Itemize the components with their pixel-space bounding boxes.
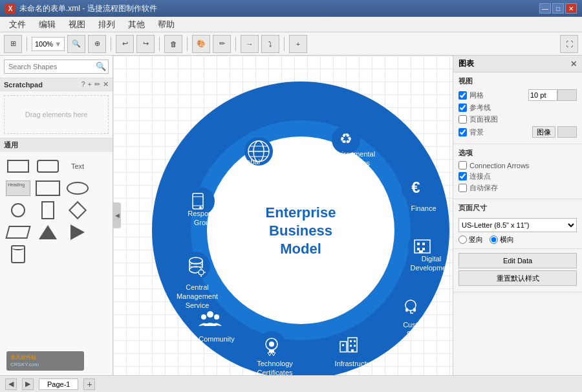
svg-point-57 <box>214 314 219 320</box>
toolbar-separator-3 <box>159 37 160 51</box>
auto-save-checkbox[interactable] <box>458 184 467 192</box>
grid-label: 网格 <box>469 91 528 100</box>
menu-other[interactable]: 其他 <box>122 17 151 32</box>
page-1-tab[interactable]: Page-1 <box>39 378 78 390</box>
svg-text:Enterprise: Enterprise <box>266 204 336 221</box>
scratchpad-add-icon[interactable]: + <box>88 80 92 89</box>
grid-value-input[interactable]: 10 pt <box>528 89 557 101</box>
svg-text:Business: Business <box>269 223 332 239</box>
window-controls[interactable]: — □ ✕ <box>539 3 577 14</box>
orientation-group: 竖向 横向 <box>458 235 577 245</box>
page-view-checkbox[interactable] <box>458 115 467 124</box>
shape-rectangle[interactable] <box>5 157 31 175</box>
landscape-radio[interactable] <box>490 235 498 244</box>
portrait-radio[interactable] <box>458 235 467 244</box>
page-nav-prev[interactable]: ◀ <box>5 378 17 390</box>
general-shapes-header[interactable]: 通用 <box>0 138 113 152</box>
menu-help[interactable]: 帮助 <box>151 17 181 32</box>
maximize-button[interactable]: □ <box>552 3 564 14</box>
edit-data-button[interactable]: Edit Data <box>458 253 577 268</box>
grid-checkbox[interactable] <box>458 91 467 100</box>
undo-button[interactable]: ↩ <box>116 35 134 53</box>
svg-point-54 <box>196 307 224 335</box>
svg-point-55 <box>207 311 213 318</box>
canvas-area[interactable]: ◀ Enterprise Business Model <box>113 56 453 375</box>
search-icon: 🔍 <box>96 61 106 71</box>
page-size-select[interactable]: US-Letter (8.5" x 11") <box>458 218 577 232</box>
title-bar: X 未命名的表单.xml - 迅捷流程图制作软件 — □ ✕ <box>0 0 582 17</box>
connection-points-checkbox[interactable] <box>458 172 467 180</box>
shape-big-rect[interactable] <box>35 179 61 197</box>
right-panel: 图表 ✕ 视图 网格 10 pt 参考线 页面视图 背景 图 <box>453 56 582 375</box>
reset-style-button[interactable]: 重置默认样式 <box>458 270 577 286</box>
bottom-bar: ◀ ▶ Page-1 + <box>0 375 582 392</box>
zoom-in-button[interactable]: 🔍 <box>67 35 85 53</box>
svg-text:CRSKY.com: CRSKY.com <box>10 362 39 367</box>
scratchpad-close-icon[interactable]: ✕ <box>103 80 109 89</box>
shape-arrow[interactable] <box>65 223 91 241</box>
background-color-box[interactable] <box>557 126 577 138</box>
grid-color-box[interactable] <box>557 89 577 101</box>
connection-arrows-checkbox[interactable] <box>458 161 467 169</box>
svg-point-49 <box>269 342 274 347</box>
add-button[interactable]: + <box>289 35 307 53</box>
reference-checkbox[interactable] <box>458 103 467 112</box>
minimize-button[interactable]: — <box>539 3 551 14</box>
main-layout: 🔍 Scratchpad ? + ✏ ✕ Drag elements here … <box>0 56 582 375</box>
page-nav-next[interactable]: ▶ <box>22 378 34 390</box>
svg-text:♻: ♻ <box>339 131 352 147</box>
scratchpad-edit-icon[interactable]: ✏ <box>94 80 100 89</box>
menu-arrange[interactable]: 排列 <box>92 17 122 32</box>
waypoint-button[interactable]: ⤵ <box>261 35 279 53</box>
zoom-level[interactable]: 100% ▼ <box>32 37 65 51</box>
svg-text:Global: Global <box>239 158 260 166</box>
svg-text:Technology: Technology <box>257 360 293 367</box>
menu-file[interactable]: 文件 <box>3 17 32 32</box>
zoom-reset-button[interactable]: ⊕ <box>88 35 106 53</box>
shape-ellipse[interactable] <box>65 179 91 197</box>
delete-button[interactable]: 🗑 <box>164 35 182 53</box>
shape-tall-rect[interactable] <box>35 201 61 219</box>
menu-edit[interactable]: 编辑 <box>32 17 62 32</box>
diagram-svg: Enterprise Business Model Global Partner… <box>139 69 453 375</box>
svg-rect-26 <box>417 248 420 250</box>
background-row: 背景 图像 <box>458 126 577 138</box>
shape-triangle[interactable] <box>35 223 61 241</box>
background-image-button[interactable]: 图像 <box>532 126 555 138</box>
shape-circle[interactable] <box>5 201 31 219</box>
background-checkbox[interactable] <box>458 128 467 136</box>
svg-text:Infrastructure: Infrastructure <box>335 360 377 367</box>
right-panel-close-button[interactable]: ✕ <box>570 60 577 69</box>
options-section: 选项 Connection Arrows 连接点 自动保存 <box>453 144 582 199</box>
shape-text[interactable]: Text <box>65 157 91 175</box>
close-button[interactable]: ✕ <box>565 3 577 14</box>
portrait-radio-item: 竖向 <box>458 235 483 245</box>
shape-cylinder[interactable] <box>5 245 31 263</box>
shape-parallelogram[interactable] <box>5 223 31 241</box>
svg-rect-40 <box>342 344 344 346</box>
svg-text:Certificates: Certificates <box>257 369 293 375</box>
add-page-button[interactable]: + <box>83 378 95 390</box>
scratchpad-help-icon[interactable]: ? <box>81 80 85 89</box>
shapes-grid: Text Heading <box>0 152 113 268</box>
page-size-section: 页面尺寸 US-Letter (8.5" x 11") 竖向 横向 <box>453 199 582 249</box>
search-input[interactable] <box>4 60 109 74</box>
redo-button[interactable]: ↪ <box>136 35 155 53</box>
svg-text:Management: Management <box>177 292 218 300</box>
shape-heading[interactable]: Heading <box>5 179 31 197</box>
svg-text:€: € <box>411 179 420 196</box>
line-button[interactable]: ✏ <box>213 35 231 53</box>
shape-rounded-rect[interactable] <box>35 157 61 175</box>
shape-diamond[interactable] <box>65 201 91 219</box>
shapes-section: 通用 Text Heading <box>0 138 113 268</box>
svg-text:Model: Model <box>280 241 321 257</box>
svg-text:Finance: Finance <box>411 204 436 212</box>
menu-view[interactable]: 视图 <box>62 17 92 32</box>
scratchpad-drop-zone[interactable]: Drag elements here <box>4 95 109 134</box>
fullscreen-button[interactable]: ⛶ <box>560 35 578 53</box>
arrow-button[interactable]: → <box>241 35 259 53</box>
layout-toggle-button[interactable]: ⊞ <box>4 35 22 53</box>
collapse-handle[interactable]: ◀ <box>113 202 121 228</box>
format-button[interactable]: 🎨 <box>192 35 210 53</box>
menu-bar: 文件 编辑 视图 排列 其他 帮助 <box>0 17 582 32</box>
